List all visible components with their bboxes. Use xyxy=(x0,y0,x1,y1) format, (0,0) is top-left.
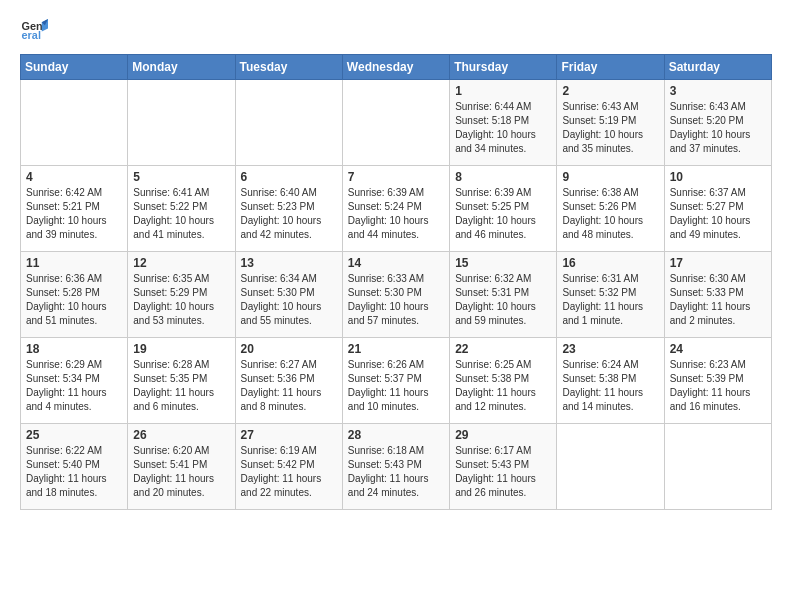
calendar-cell: 2 Sunrise: 6:43 AM Sunset: 5:19 PM Dayli… xyxy=(557,80,664,166)
sunset-text: Sunset: 5:36 PM xyxy=(241,373,315,384)
daylight-text: Daylight: 11 hours and 20 minutes. xyxy=(133,473,214,498)
daylight-text: Daylight: 10 hours and 35 minutes. xyxy=(562,129,643,154)
daylight-text: Daylight: 11 hours and 22 minutes. xyxy=(241,473,322,498)
sunrise-text: Sunrise: 6:38 AM xyxy=(562,187,638,198)
sunrise-text: Sunrise: 6:43 AM xyxy=(670,101,746,112)
sunrise-text: Sunrise: 6:26 AM xyxy=(348,359,424,370)
sunset-text: Sunset: 5:33 PM xyxy=(670,287,744,298)
daylight-text: Daylight: 10 hours and 44 minutes. xyxy=(348,215,429,240)
sunset-text: Sunset: 5:32 PM xyxy=(562,287,636,298)
cell-content: Sunrise: 6:19 AM Sunset: 5:42 PM Dayligh… xyxy=(241,444,337,500)
day-number: 19 xyxy=(133,342,229,356)
sunset-text: Sunset: 5:26 PM xyxy=(562,201,636,212)
cell-content: Sunrise: 6:28 AM Sunset: 5:35 PM Dayligh… xyxy=(133,358,229,414)
day-number: 5 xyxy=(133,170,229,184)
day-number: 21 xyxy=(348,342,444,356)
calendar-cell: 24 Sunrise: 6:23 AM Sunset: 5:39 PM Dayl… xyxy=(664,338,771,424)
day-number: 4 xyxy=(26,170,122,184)
calendar-cell: 5 Sunrise: 6:41 AM Sunset: 5:22 PM Dayli… xyxy=(128,166,235,252)
sunset-text: Sunset: 5:18 PM xyxy=(455,115,529,126)
day-number: 9 xyxy=(562,170,658,184)
weekday-header-row: SundayMondayTuesdayWednesdayThursdayFrid… xyxy=(21,55,772,80)
sunset-text: Sunset: 5:28 PM xyxy=(26,287,100,298)
daylight-text: Daylight: 11 hours and 6 minutes. xyxy=(133,387,214,412)
day-number: 2 xyxy=(562,84,658,98)
cell-content: Sunrise: 6:23 AM Sunset: 5:39 PM Dayligh… xyxy=(670,358,766,414)
cell-content: Sunrise: 6:32 AM Sunset: 5:31 PM Dayligh… xyxy=(455,272,551,328)
weekday-header: Wednesday xyxy=(342,55,449,80)
cell-content: Sunrise: 6:39 AM Sunset: 5:24 PM Dayligh… xyxy=(348,186,444,242)
sunset-text: Sunset: 5:35 PM xyxy=(133,373,207,384)
calendar-cell: 6 Sunrise: 6:40 AM Sunset: 5:23 PM Dayli… xyxy=(235,166,342,252)
cell-content: Sunrise: 6:30 AM Sunset: 5:33 PM Dayligh… xyxy=(670,272,766,328)
calendar-cell: 29 Sunrise: 6:17 AM Sunset: 5:43 PM Dayl… xyxy=(450,424,557,510)
day-number: 29 xyxy=(455,428,551,442)
sunrise-text: Sunrise: 6:39 AM xyxy=(348,187,424,198)
cell-content: Sunrise: 6:31 AM Sunset: 5:32 PM Dayligh… xyxy=(562,272,658,328)
day-number: 12 xyxy=(133,256,229,270)
day-number: 7 xyxy=(348,170,444,184)
calendar-cell: 1 Sunrise: 6:44 AM Sunset: 5:18 PM Dayli… xyxy=(450,80,557,166)
cell-content: Sunrise: 6:17 AM Sunset: 5:43 PM Dayligh… xyxy=(455,444,551,500)
daylight-text: Daylight: 10 hours and 59 minutes. xyxy=(455,301,536,326)
sunset-text: Sunset: 5:43 PM xyxy=(455,459,529,470)
sunrise-text: Sunrise: 6:17 AM xyxy=(455,445,531,456)
logo-icon: Gen eral xyxy=(20,16,48,44)
logo: Gen eral xyxy=(20,16,52,44)
sunrise-text: Sunrise: 6:36 AM xyxy=(26,273,102,284)
day-number: 18 xyxy=(26,342,122,356)
daylight-text: Daylight: 10 hours and 39 minutes. xyxy=(26,215,107,240)
weekday-header: Thursday xyxy=(450,55,557,80)
sunset-text: Sunset: 5:21 PM xyxy=(26,201,100,212)
sunrise-text: Sunrise: 6:22 AM xyxy=(26,445,102,456)
cell-content: Sunrise: 6:38 AM Sunset: 5:26 PM Dayligh… xyxy=(562,186,658,242)
cell-content: Sunrise: 6:22 AM Sunset: 5:40 PM Dayligh… xyxy=(26,444,122,500)
daylight-text: Daylight: 10 hours and 37 minutes. xyxy=(670,129,751,154)
sunset-text: Sunset: 5:34 PM xyxy=(26,373,100,384)
sunrise-text: Sunrise: 6:33 AM xyxy=(348,273,424,284)
daylight-text: Daylight: 10 hours and 48 minutes. xyxy=(562,215,643,240)
cell-content: Sunrise: 6:25 AM Sunset: 5:38 PM Dayligh… xyxy=(455,358,551,414)
daylight-text: Daylight: 11 hours and 14 minutes. xyxy=(562,387,643,412)
sunrise-text: Sunrise: 6:25 AM xyxy=(455,359,531,370)
calendar-cell xyxy=(128,80,235,166)
calendar-cell xyxy=(21,80,128,166)
calendar-cell xyxy=(557,424,664,510)
sunrise-text: Sunrise: 6:24 AM xyxy=(562,359,638,370)
calendar-cell: 23 Sunrise: 6:24 AM Sunset: 5:38 PM Dayl… xyxy=(557,338,664,424)
sunset-text: Sunset: 5:19 PM xyxy=(562,115,636,126)
calendar-cell: 20 Sunrise: 6:27 AM Sunset: 5:36 PM Dayl… xyxy=(235,338,342,424)
sunset-text: Sunset: 5:38 PM xyxy=(562,373,636,384)
sunrise-text: Sunrise: 6:44 AM xyxy=(455,101,531,112)
weekday-header: Friday xyxy=(557,55,664,80)
cell-content: Sunrise: 6:20 AM Sunset: 5:41 PM Dayligh… xyxy=(133,444,229,500)
sunrise-text: Sunrise: 6:42 AM xyxy=(26,187,102,198)
sunrise-text: Sunrise: 6:32 AM xyxy=(455,273,531,284)
daylight-text: Daylight: 11 hours and 26 minutes. xyxy=(455,473,536,498)
calendar-cell: 17 Sunrise: 6:30 AM Sunset: 5:33 PM Dayl… xyxy=(664,252,771,338)
calendar-week-row: 25 Sunrise: 6:22 AM Sunset: 5:40 PM Dayl… xyxy=(21,424,772,510)
calendar-cell: 3 Sunrise: 6:43 AM Sunset: 5:20 PM Dayli… xyxy=(664,80,771,166)
day-number: 22 xyxy=(455,342,551,356)
calendar-week-row: 4 Sunrise: 6:42 AM Sunset: 5:21 PM Dayli… xyxy=(21,166,772,252)
cell-content: Sunrise: 6:42 AM Sunset: 5:21 PM Dayligh… xyxy=(26,186,122,242)
day-number: 16 xyxy=(562,256,658,270)
calendar-cell: 18 Sunrise: 6:29 AM Sunset: 5:34 PM Dayl… xyxy=(21,338,128,424)
day-number: 8 xyxy=(455,170,551,184)
sunrise-text: Sunrise: 6:23 AM xyxy=(670,359,746,370)
calendar-cell: 4 Sunrise: 6:42 AM Sunset: 5:21 PM Dayli… xyxy=(21,166,128,252)
cell-content: Sunrise: 6:29 AM Sunset: 5:34 PM Dayligh… xyxy=(26,358,122,414)
cell-content: Sunrise: 6:39 AM Sunset: 5:25 PM Dayligh… xyxy=(455,186,551,242)
cell-content: Sunrise: 6:40 AM Sunset: 5:23 PM Dayligh… xyxy=(241,186,337,242)
sunrise-text: Sunrise: 6:18 AM xyxy=(348,445,424,456)
sunset-text: Sunset: 5:29 PM xyxy=(133,287,207,298)
daylight-text: Daylight: 11 hours and 4 minutes. xyxy=(26,387,107,412)
sunset-text: Sunset: 5:22 PM xyxy=(133,201,207,212)
sunrise-text: Sunrise: 6:30 AM xyxy=(670,273,746,284)
day-number: 14 xyxy=(348,256,444,270)
calendar-cell: 8 Sunrise: 6:39 AM Sunset: 5:25 PM Dayli… xyxy=(450,166,557,252)
day-number: 10 xyxy=(670,170,766,184)
calendar-cell: 21 Sunrise: 6:26 AM Sunset: 5:37 PM Dayl… xyxy=(342,338,449,424)
day-number: 27 xyxy=(241,428,337,442)
day-number: 24 xyxy=(670,342,766,356)
